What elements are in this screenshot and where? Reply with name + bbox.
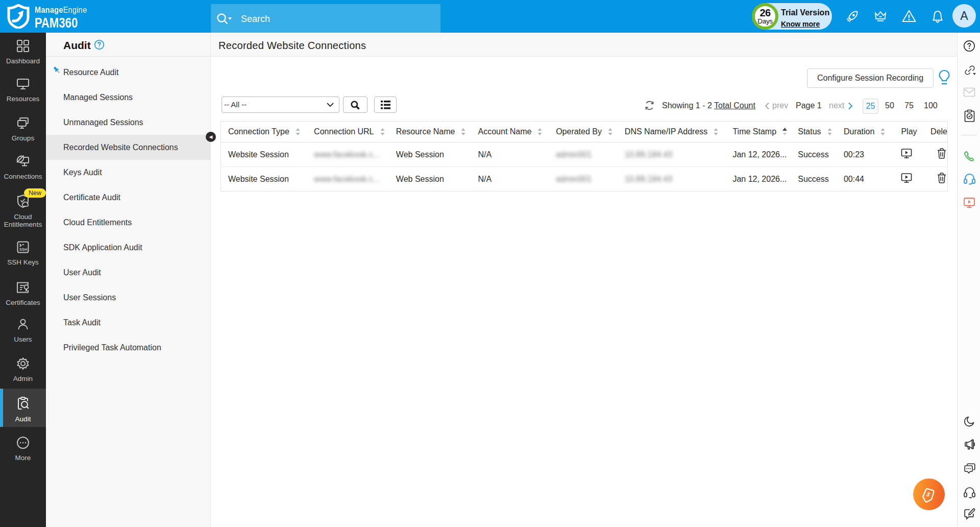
svg-text:SSH: SSH — [19, 247, 27, 252]
